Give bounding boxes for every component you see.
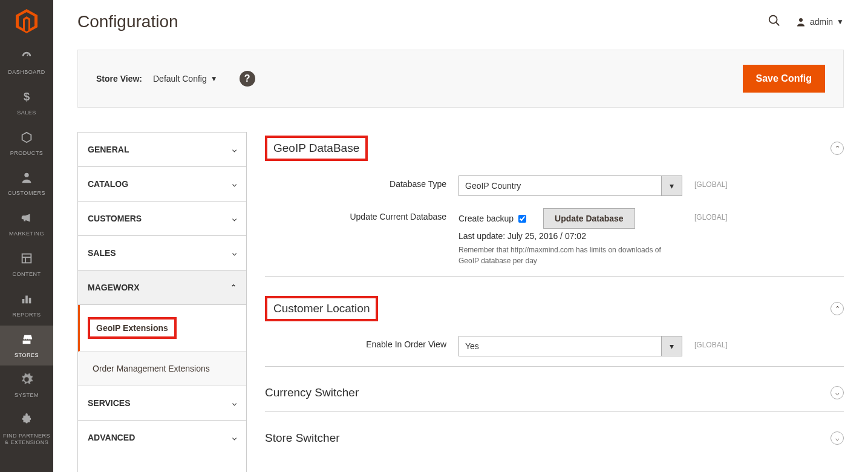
store-view-label: Store View: <box>96 74 142 84</box>
chevron-down-icon: ⌵ <box>232 249 237 257</box>
chevron-down-icon: ⌵ <box>232 399 237 407</box>
dashboard-icon <box>20 50 33 67</box>
section-customer-location: Customer Location ⌃ Enable In Order View… <box>265 292 844 367</box>
puzzle-icon <box>20 413 33 430</box>
svg-text:$: $ <box>24 90 30 103</box>
scope-global: [GLOBAL] <box>694 208 728 221</box>
svg-rect-2 <box>22 254 31 263</box>
label-enable-order: Enable In Order View <box>265 336 446 349</box>
collapse-icon: ⌃ <box>830 302 844 315</box>
sidebar-item-content[interactable]: CONTENT <box>0 244 53 285</box>
section-title-geoip: GeoIP DataBase <box>265 136 368 161</box>
store-view-value: Default Config <box>153 74 207 84</box>
box-icon <box>20 131 33 148</box>
svg-point-1 <box>24 173 28 177</box>
search-icon[interactable] <box>768 14 781 30</box>
svg-rect-6 <box>25 295 28 303</box>
section-currency-switcher: Currency Switcher ⌵ <box>265 382 844 412</box>
expand-icon: ⌵ <box>830 386 844 399</box>
chevron-down-icon: ▼ <box>210 74 218 83</box>
chevron-down-icon: ▾ <box>661 336 682 356</box>
chevron-down-icon: ▾ <box>661 176 682 195</box>
sidebar-item-sales[interactable]: $ SALES <box>0 83 53 123</box>
section-header-geoip[interactable]: GeoIP DataBase ⌃ <box>265 132 844 169</box>
chevron-down-icon: ⌵ <box>232 180 237 188</box>
page-title: Configuration <box>77 12 178 31</box>
admin-sidebar: DASHBOARD $ SALES PRODUCTS CUSTOMERS MAR… <box>0 0 53 472</box>
select-db-type[interactable]: GeoIP Country ▾ <box>458 175 682 196</box>
layout-icon <box>20 252 33 269</box>
chart-icon <box>20 292 33 309</box>
label-backup: Create backup <box>458 214 514 223</box>
scope-global: [GLOBAL] <box>694 175 728 189</box>
nav-mageworx[interactable]: MAGEWORX⌃ <box>78 270 246 305</box>
sidebar-item-partners[interactable]: FIND PARTNERS & EXTENSIONS <box>0 406 53 453</box>
admin-username: admin <box>810 17 833 27</box>
user-icon <box>795 16 806 27</box>
nav-geoip-extensions[interactable]: GeoIP Extensions <box>78 305 246 352</box>
last-update-text: Last update: July 25, 2016 / 07:02 <box>458 231 682 241</box>
select-enable-order[interactable]: Yes ▾ <box>458 336 682 356</box>
sidebar-item-marketing[interactable]: MARKETING <box>0 204 53 244</box>
nav-customers[interactable]: CUSTOMERS⌵ <box>78 202 246 236</box>
svg-line-9 <box>776 22 780 25</box>
gear-icon <box>20 373 33 390</box>
field-database-type: Database Type GeoIP Country ▾ [GLOBAL] <box>265 169 844 202</box>
sidebar-item-products[interactable]: PRODUCTS <box>0 123 53 164</box>
section-header-store[interactable]: Store Switcher ⌵ <box>265 428 844 453</box>
config-content: GeoIP DataBase ⌃ Database Type GeoIP Cou… <box>265 132 844 472</box>
section-title-currency: Currency Switcher <box>265 386 359 399</box>
checkbox-create-backup[interactable] <box>518 215 526 223</box>
store-icon <box>20 333 33 350</box>
label-update-db: Update Current Database <box>265 208 446 221</box>
scope-global: [GLOBAL] <box>694 336 728 349</box>
dollar-icon: $ <box>20 90 33 107</box>
nav-order-mgmt[interactable]: Order Management Extensions <box>78 352 246 386</box>
megaphone-icon <box>20 211 33 228</box>
chevron-down-icon: ⌵ <box>232 145 237 154</box>
field-enable-order-view: Enable In Order View Yes ▾ [GLOBAL] <box>265 330 844 362</box>
store-view-select[interactable]: Default Config ▼ <box>153 74 218 84</box>
svg-rect-7 <box>29 298 31 303</box>
help-icon[interactable]: ? <box>240 71 255 87</box>
chevron-down-icon: ⌵ <box>232 214 237 223</box>
chevron-down-icon: ▼ <box>837 18 844 26</box>
sidebar-item-dashboard[interactable]: DASHBOARD <box>0 42 53 83</box>
sidebar-item-reports[interactable]: REPORTS <box>0 285 53 326</box>
person-icon <box>20 171 33 188</box>
svg-point-8 <box>769 15 777 23</box>
section-title-customer-loc: Customer Location <box>265 296 378 321</box>
nav-sales[interactable]: SALES⌵ <box>78 236 246 270</box>
section-store-switcher: Store Switcher ⌵ <box>265 428 844 457</box>
update-database-button[interactable]: Update Database <box>543 208 635 229</box>
main-content: Configuration admin ▼ Store View: Defaul… <box>53 0 868 472</box>
collapse-icon: ⌃ <box>830 142 844 155</box>
section-geoip-database: GeoIP DataBase ⌃ Database Type GeoIP Cou… <box>265 132 844 277</box>
nav-services[interactable]: SERVICES⌵ <box>78 386 246 421</box>
section-header-currency[interactable]: Currency Switcher ⌵ <box>265 382 844 408</box>
store-view-bar: Store View: Default Config ▼ ? Save Conf… <box>77 50 844 108</box>
nav-general[interactable]: GENERAL⌵ <box>78 133 246 167</box>
save-config-button[interactable]: Save Config <box>743 65 825 93</box>
note-text: Remember that http://maxmind.com has lim… <box>458 244 682 266</box>
config-nav: GENERAL⌵ CATALOG⌵ CUSTOMERS⌵ SALES⌵ MAGE… <box>77 132 247 472</box>
header-actions: admin ▼ <box>768 14 844 30</box>
chevron-up-icon: ⌃ <box>230 283 237 292</box>
nav-catalog[interactable]: CATALOG⌵ <box>78 167 246 202</box>
field-update-database: Update Current Database Create backup Up… <box>265 202 844 272</box>
sidebar-item-system[interactable]: SYSTEM <box>0 365 53 406</box>
expand-icon: ⌵ <box>830 431 844 445</box>
section-title-store: Store Switcher <box>265 431 340 445</box>
sidebar-item-stores[interactable]: STORES <box>0 326 53 366</box>
admin-user-menu[interactable]: admin ▼ <box>795 16 844 27</box>
svg-point-10 <box>799 18 803 22</box>
page-header: Configuration admin ▼ <box>77 0 844 50</box>
label-db-type: Database Type <box>265 175 446 189</box>
section-header-customer-loc[interactable]: Customer Location ⌃ <box>265 292 844 330</box>
magento-logo[interactable] <box>0 0 53 42</box>
chevron-down-icon: ⌵ <box>232 433 237 442</box>
svg-rect-5 <box>22 299 25 303</box>
nav-advanced[interactable]: ADVANCED⌵ <box>78 421 246 454</box>
sidebar-item-customers[interactable]: CUSTOMERS <box>0 163 53 204</box>
